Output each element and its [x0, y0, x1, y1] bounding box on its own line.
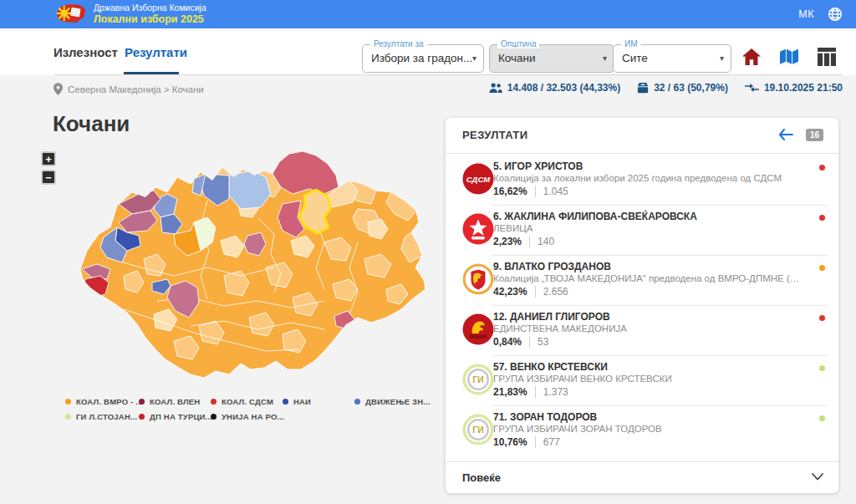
candidate-percent: 16,62%: [493, 186, 527, 197]
tab-results[interactable]: Резултати: [125, 45, 187, 59]
candidate-row[interactable]: 12. ДАНИЕЛ ГЛИГОРОВ ЕДИНСТВЕНА МАКЕДОНИЈ…: [446, 305, 838, 355]
candidate-party: Коалиција за локални избори 2025 година …: [493, 173, 782, 183]
map-zoom-in-button[interactable]: +: [41, 151, 56, 166]
legend-item: УНИЈА НА РО...: [211, 412, 284, 421]
candidate-votes: 2.656: [535, 286, 568, 298]
stat-updated: 19.10.2025 21:50: [745, 82, 843, 94]
candidate-row[interactable]: ГИ 71. ЗОРАН ТОДОРОВ ГРУПА ИЗБИРАЧИ ЗОРА…: [446, 405, 838, 456]
candidate-percent: 42,23%: [493, 286, 527, 298]
candidate-name: 71. ЗОРАН ТОДОРОВ: [493, 411, 597, 423]
app-root: Државна Изборна Комисија Локални избори …: [0, 0, 856, 504]
voters-icon: [489, 83, 502, 94]
breadcrumb: Северна Македонија > Кочани: [54, 83, 204, 95]
candidate-votes: 53: [529, 336, 548, 348]
status-dot: [819, 315, 825, 321]
candidate-party: Коалиција „ТВОЈА МАКЕДОНИЈА“ предводена …: [493, 273, 802, 283]
org-name: Државна Изборна Комисија: [94, 3, 206, 13]
candidate-percent: 2,23%: [493, 236, 522, 247]
legend-label: ДВИЖЕЊЕ ЗН...: [365, 397, 431, 406]
stat-polling-value: 32 / 63 (50,79%): [654, 82, 728, 94]
filter-label: ИМ: [621, 39, 641, 48]
top-header: Државна Изборна Комисија Локални избори …: [0, 0, 856, 28]
caret-down-icon: ▾: [603, 45, 607, 72]
candidate-name: 57. ВЕНКО КРСТЕВСКИ: [493, 361, 608, 373]
legend-dot-icon: [139, 414, 145, 420]
back-arrow-icon[interactable]: [778, 129, 793, 140]
candidate-name: 5. ИГОР ХРИСТОВ: [493, 160, 583, 172]
legend-dot-icon: [65, 399, 71, 405]
voter-group-logo-icon: ГИ: [462, 364, 494, 395]
map-view-button[interactable]: [780, 48, 798, 66]
map-legend: КОАЛ. ВМРО - ... КОАЛ. ВЛЕН КОАЛ. СДСМ Н…: [54, 394, 446, 427]
candidate-votes: 140: [529, 236, 554, 247]
legend-dot-icon: [211, 399, 217, 405]
legend-label: КОАЛ. ВМРО - ...: [76, 397, 143, 406]
svg-text:ГИ: ГИ: [472, 425, 484, 435]
stat-voters: 14.408 / 32.503 (44,33%): [489, 82, 620, 94]
legend-label: НАИ: [293, 397, 311, 406]
chevron-down-icon: [812, 473, 823, 481]
status-dot: [819, 265, 825, 271]
status-dot: [819, 365, 825, 371]
candidate-percent: 0,84%: [493, 336, 522, 348]
filter-results-for[interactable]: Резултати за Избори за градон... ▾: [362, 44, 484, 73]
legend-item: КОАЛ. ВЛЕН: [139, 397, 200, 406]
tab-turnout[interactable]: Излезност: [54, 45, 118, 59]
candidate-name: 12. ДАНИЕЛ ГЛИГОРОВ: [493, 311, 610, 323]
candidate-percent: 21,83%: [493, 386, 527, 398]
levica-logo-icon: [462, 213, 494, 245]
candidate-votes: 1.373: [535, 386, 568, 398]
legend-dot-icon: [139, 399, 145, 405]
candidate-party: ГРУПА ИЗБИРАЧИ ВЕНКО КРСТЕВСКИ: [493, 374, 672, 384]
caret-down-icon: ▾: [720, 45, 724, 72]
legend-label: УНИЈА НА РО...: [222, 412, 284, 421]
legend-item: ГИ Л.СТОЈАН...: [65, 412, 137, 421]
filter-value: Сите: [614, 45, 731, 72]
status-dot: [819, 215, 825, 221]
legend-dot-icon: [65, 414, 71, 420]
ballot-box-icon: [637, 82, 649, 94]
legend-dot-icon: [211, 414, 217, 420]
candidate-stats: 42,23%2.656: [493, 286, 568, 298]
voter-group-logo-icon: ГИ: [462, 414, 494, 445]
toolbar-divider: [54, 74, 843, 75]
home-button[interactable]: [742, 48, 761, 66]
show-more-label: Повеќе: [462, 471, 501, 484]
candidate-stats: 0,84%53: [493, 336, 548, 348]
breadcrumb-path[interactable]: Северна Македонија > Кочани: [68, 84, 204, 94]
location-pin-icon: [54, 83, 63, 95]
candidate-row[interactable]: 6. ЖАКЛИНА ФИЛИПОВА-СВЕЌАРОВСКА ЛЕВИЦА 2…: [446, 205, 838, 255]
filter-label: Резултати за: [370, 39, 427, 48]
edinstvena-makedonija-logo-icon: [462, 313, 494, 345]
municipalities-map[interactable]: [74, 150, 433, 388]
legend-item: НАИ: [283, 397, 311, 406]
svg-text:ГИ: ГИ: [472, 374, 484, 384]
sdsm-logo-icon: СДСМ: [462, 163, 494, 195]
filter-value: Кочани: [490, 45, 614, 72]
map-zoom-out-button[interactable]: −: [41, 170, 56, 185]
divider: [446, 153, 838, 154]
legend-item: КОАЛ. СДСМ: [211, 397, 273, 406]
candidate-count-badge: 16: [806, 129, 823, 141]
legend-item: ДП НА ТУРЦИ...: [139, 412, 212, 421]
results-header: РЕЗУЛТАТИ 16: [446, 118, 838, 153]
globe-icon[interactable]: [828, 7, 843, 22]
candidate-stats: 10,76%677: [493, 436, 560, 448]
table-view-button[interactable]: [818, 48, 836, 66]
filter-im[interactable]: ИМ Сите ▾: [613, 44, 731, 73]
candidate-row[interactable]: ГИ 57. ВЕНКО КРСТЕВСКИ ГРУПА ИЗБИРАЧИ ВЕ…: [446, 355, 838, 405]
candidate-percent: 10,76%: [493, 436, 527, 448]
legend-label: ГИ Л.СТОЈАН...: [76, 412, 137, 421]
legend-dot-icon: [354, 399, 360, 405]
candidate-row[interactable]: СДСМ 5. ИГОР ХРИСТОВ Коалиција за локалн…: [446, 155, 838, 205]
candidate-stats: 2,23%140: [493, 236, 554, 247]
candidate-row[interactable]: 9. ВЛАТКО ГРОЗДАНОВ Коалиција „ТВОЈА МАК…: [446, 255, 838, 305]
language-selector[interactable]: МК: [798, 8, 814, 20]
stat-polling-stations: 32 / 63 (50,79%): [637, 82, 728, 94]
stats-bar: 14.408 / 32.503 (44,33%) 32 / 63 (50,79%…: [489, 82, 843, 94]
legend-label: КОАЛ. СДСМ: [222, 397, 273, 406]
filter-municipality[interactable]: Општина Кочани ▾: [489, 44, 614, 73]
brand[interactable]: Државна Изборна Комисија Локални избори …: [54, 2, 206, 25]
show-more-button[interactable]: Повеќе: [446, 461, 838, 493]
vmro-dpmne-logo-icon: [462, 263, 494, 295]
